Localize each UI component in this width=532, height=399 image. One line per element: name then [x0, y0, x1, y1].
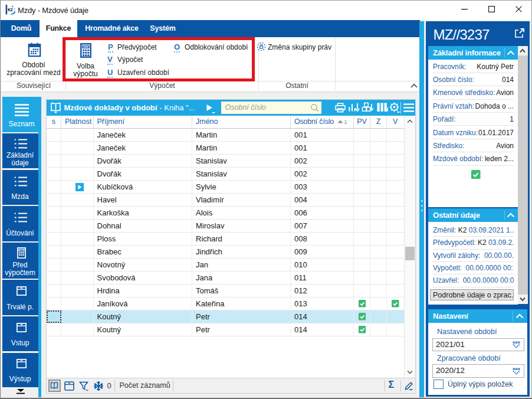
svg-text:K2: K2 — [8, 8, 13, 12]
